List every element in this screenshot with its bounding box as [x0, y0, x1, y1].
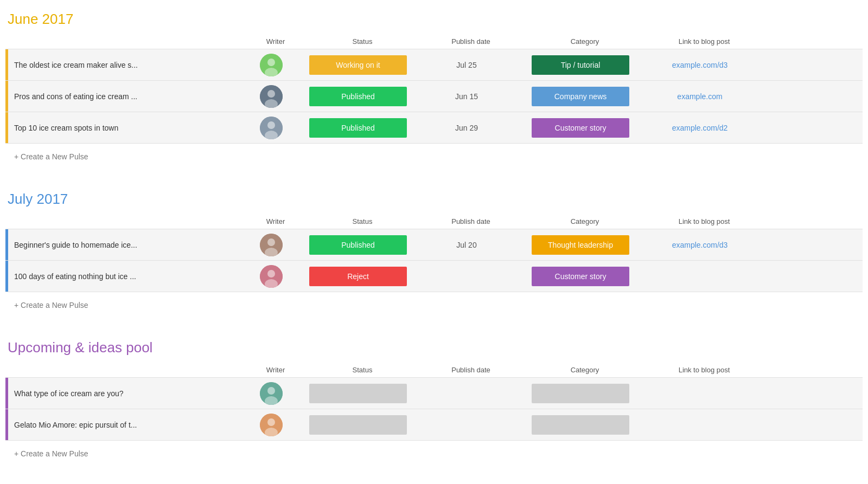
header-link: Link to blog post: [644, 37, 764, 46]
table-header-upcoming: Writer Status Publish date Category Link…: [5, 363, 863, 377]
row-writer: [239, 265, 304, 288]
header-status: Status: [308, 37, 417, 46]
create-pulse-row[interactable]: + Create a New Pulse: [5, 292, 863, 318]
table-header-june2017: Writer Status Publish date Category Link…: [5, 34, 863, 49]
row-publish-date: Jul 25: [412, 61, 521, 69]
category-badge: Customer story: [532, 118, 629, 138]
row-category: [521, 415, 640, 435]
status-empty: [309, 415, 407, 435]
row-title: Top 10 ice cream spots in town: [5, 124, 239, 132]
row-writer: [239, 54, 304, 76]
row-writer: [239, 382, 304, 405]
header-title: [10, 366, 243, 374]
row-category: Customer story: [521, 118, 640, 138]
row-accent: [5, 49, 8, 80]
row-title: 100 days of eating nothing but ice ...: [5, 272, 239, 281]
category-empty: [532, 384, 629, 403]
svg-point-1: [267, 59, 275, 66]
header-category: Category: [525, 366, 644, 374]
avatar: [260, 85, 283, 108]
row-status: Published: [304, 235, 412, 255]
status-empty: [309, 384, 407, 403]
header-category: Category: [525, 217, 644, 225]
row-link[interactable]: example.com/d3: [640, 241, 760, 249]
row-title: Gelato Mio Amore: epic pursuit of t...: [5, 421, 239, 429]
row-accent: [5, 112, 8, 143]
table-row[interactable]: Beginner's guide to homemade ice...Publi…: [5, 229, 863, 260]
row-status: Reject: [304, 267, 412, 286]
header-publish-date: Publish date: [417, 37, 525, 46]
header-link: Link to blog post: [644, 217, 764, 225]
row-category: Tip / tutorial: [521, 55, 640, 75]
row-accent: [5, 409, 8, 440]
create-pulse-button[interactable]: + Create a New Pulse: [5, 449, 239, 458]
table-header-july2017: Writer Status Publish date Category Link…: [5, 214, 863, 229]
section-title-june2017: June 2017: [5, 11, 863, 28]
header-writer: Writer: [243, 217, 308, 225]
create-pulse-row[interactable]: + Create a New Pulse: [5, 440, 863, 466]
row-title: Pros and cons of eating ice cream ...: [5, 92, 239, 101]
table-row[interactable]: The oldest ice cream maker alive s...Wor…: [5, 49, 863, 80]
row-status: Working on it: [304, 55, 412, 75]
table-row[interactable]: Gelato Mio Amore: epic pursuit of t...: [5, 409, 863, 440]
svg-point-10: [267, 238, 275, 246]
category-badge: Company news: [532, 87, 629, 106]
header-status: Status: [308, 217, 417, 225]
svg-point-7: [267, 121, 275, 129]
row-status: Published: [304, 118, 412, 138]
category-badge: Customer story: [532, 267, 629, 286]
section-title-upcoming: Upcoming & ideas pool: [5, 339, 863, 356]
row-accent: [5, 81, 8, 112]
create-pulse-row[interactable]: + Create a New Pulse: [5, 143, 863, 169]
row-writer: [239, 234, 304, 256]
header-writer: Writer: [243, 37, 308, 46]
category-empty: [532, 415, 629, 435]
create-pulse-button[interactable]: + Create a New Pulse: [5, 152, 239, 161]
row-writer: [239, 85, 304, 108]
row-accent: [5, 261, 8, 292]
row-category: [521, 384, 640, 403]
avatar: [260, 382, 283, 405]
row-accent: [5, 378, 8, 409]
row-title: Beginner's guide to homemade ice...: [5, 241, 239, 249]
status-badge: Published: [309, 235, 407, 255]
status-badge: Working on it: [309, 55, 407, 75]
table-row[interactable]: Top 10 ice cream spots in townPublishedJ…: [5, 112, 863, 143]
avatar: [260, 414, 283, 436]
row-link[interactable]: example.com/d3: [640, 61, 760, 69]
section-upcoming: Upcoming & ideas pool Writer Status Publ…: [5, 339, 863, 466]
row-title: What type of ice cream are you?: [5, 389, 239, 398]
section-june2017: June 2017 Writer Status Publish date Cat…: [5, 11, 863, 169]
header-title: [10, 217, 243, 225]
section-title-july2017: July 2017: [5, 191, 863, 208]
row-title: The oldest ice cream maker alive s...: [5, 61, 239, 69]
header-writer: Writer: [243, 366, 308, 374]
section-july2017: July 2017 Writer Status Publish date Cat…: [5, 191, 863, 318]
row-link[interactable]: example.com/d2: [640, 124, 760, 132]
svg-point-4: [267, 90, 275, 98]
row-publish-date: Jun 15: [412, 92, 521, 101]
row-category: Company news: [521, 87, 640, 106]
table-row[interactable]: Pros and cons of eating ice cream ...Pub…: [5, 80, 863, 112]
svg-point-16: [267, 387, 275, 395]
avatar: [260, 117, 283, 139]
row-link[interactable]: example.com: [640, 92, 760, 101]
header-link: Link to blog post: [644, 366, 764, 374]
row-publish-date: Jun 29: [412, 124, 521, 132]
row-writer: [239, 117, 304, 139]
svg-point-19: [267, 418, 275, 426]
header-status: Status: [308, 366, 417, 374]
create-pulse-button[interactable]: + Create a New Pulse: [5, 301, 239, 309]
svg-point-13: [267, 270, 275, 278]
row-status: [304, 384, 412, 403]
row-category: Customer story: [521, 267, 640, 286]
header-publish-date: Publish date: [417, 366, 525, 374]
status-badge: Published: [309, 87, 407, 106]
table-row[interactable]: What type of ice cream are you?: [5, 377, 863, 409]
row-writer: [239, 414, 304, 436]
category-badge: Thought leadership: [532, 235, 629, 255]
header-title: [10, 37, 243, 46]
avatar: [260, 234, 283, 256]
row-status: Published: [304, 87, 412, 106]
table-row[interactable]: 100 days of eating nothing but ice ...Re…: [5, 260, 863, 292]
